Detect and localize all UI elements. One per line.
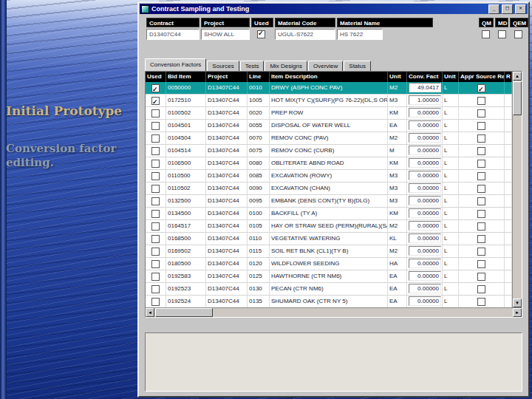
- used-checkbox[interactable]: [151, 222, 160, 231]
- conv-fact-value[interactable]: 0.00000: [409, 171, 441, 180]
- used-checkbox[interactable]: [151, 248, 160, 256]
- conv-fact-value[interactable]: 0.00000: [409, 296, 441, 306]
- table-row[interactable]: 0164517D13407C440105HAY OR STRAW SEED (P…: [146, 220, 512, 233]
- vertical-scroll-thumb[interactable]: [513, 81, 522, 115]
- table-row[interactable]: 0192583D13407C440125HAWTHORNE (CTR NM6)E…: [146, 270, 512, 283]
- used-checkbox[interactable]: [151, 172, 160, 180]
- used-checkbox[interactable]: [151, 147, 160, 155]
- table-row[interactable]: 0100502D13407C440020PREP ROWKM0.00000L: [146, 107, 512, 120]
- used-checkbox[interactable]: [151, 210, 160, 218]
- table-row[interactable]: 0134500D13407C440100BACKFILL (TY A)KM0.0…: [146, 208, 512, 220]
- material-name-field[interactable]: HS 7622: [337, 29, 383, 40]
- used-checkbox[interactable]: [151, 109, 160, 117]
- appr-source-checkbox[interactable]: [477, 122, 485, 130]
- appr-source-checkbox[interactable]: [477, 97, 485, 105]
- conv-fact-value[interactable]: 0.00000: [409, 208, 441, 218]
- conv-fact-value[interactable]: 0.00000: [409, 120, 441, 130]
- table-row[interactable]: 0104514D13407C440075REMOV CONC (CURB)M0.…: [146, 145, 512, 157]
- table-row[interactable]: 0192524D13407C440135SHUMARD OAK (CTR NY …: [146, 296, 512, 307]
- appr-source-checkbox[interactable]: [477, 235, 485, 243]
- conv-fact-value[interactable]: 0.00000: [409, 233, 441, 243]
- conv-fact-value[interactable]: 49.0417: [409, 83, 441, 92]
- tab-conversion-factors[interactable]: Conversion Factors: [145, 58, 206, 71]
- appr-source-checkbox[interactable]: [477, 248, 485, 256]
- appr-source-checkbox[interactable]: [477, 185, 485, 193]
- table-row[interactable]: 0110502D13407C440090EXCAVATION (CHAN)M30…: [146, 183, 512, 195]
- table-row[interactable]: 0106500D13407C440080OBLITERATE ABND ROAD…: [146, 157, 512, 170]
- qm-checkbox[interactable]: [482, 30, 490, 38]
- table-row[interactable]: 0104501D13407C440055DISPOSAL OF WATER WE…: [146, 120, 512, 132]
- maximize-button[interactable]: □: [502, 4, 513, 14]
- tab-sources[interactable]: Sources: [207, 61, 239, 71]
- conv-fact-value[interactable]: 0.00000: [409, 259, 441, 268]
- tab-status[interactable]: Status: [344, 61, 371, 71]
- conv-fact-value[interactable]: 0.00000: [409, 133, 441, 143]
- tab-overview[interactable]: Overview: [308, 61, 343, 71]
- conv-fact-value[interactable]: 0.00000: [409, 221, 441, 231]
- conv-fact-value[interactable]: 0.00000: [409, 271, 441, 281]
- minimize-button[interactable]: _: [488, 4, 499, 14]
- appr-source-checkbox[interactable]: [477, 273, 485, 281]
- scroll-right-button[interactable]: ►: [513, 308, 522, 317]
- appr-source-checkbox[interactable]: [477, 84, 485, 92]
- appr-source-checkbox[interactable]: [477, 222, 485, 231]
- md-checkbox[interactable]: [498, 30, 506, 38]
- material-code-field[interactable]: UGUL-S7622: [275, 29, 335, 40]
- conv-fact-value[interactable]: 0.00000: [409, 196, 441, 205]
- appr-source-checkbox[interactable]: [477, 298, 485, 306]
- appr-source-checkbox[interactable]: [477, 260, 485, 268]
- used-checkbox[interactable]: [151, 197, 160, 205]
- vertical-scrollbar[interactable]: ▲ ▼: [512, 72, 522, 307]
- used-checkbox[interactable]: [151, 122, 160, 130]
- appr-source-checkbox[interactable]: [477, 160, 485, 168]
- used-checkbox[interactable]: [151, 160, 160, 168]
- used-checkbox[interactable]: [151, 235, 160, 243]
- used-checkbox[interactable]: [151, 273, 160, 281]
- scroll-up-button[interactable]: ▲: [513, 72, 522, 81]
- appr-source-checkbox[interactable]: [477, 210, 485, 218]
- horizontal-scrollbar[interactable]: ◄ ►: [146, 307, 522, 317]
- appr-source-checkbox[interactable]: [477, 109, 485, 117]
- conv-fact-value[interactable]: 0.00000: [409, 246, 441, 256]
- used-checkbox[interactable]: [151, 260, 160, 268]
- conv-fact-value[interactable]: 0.00000: [409, 183, 441, 193]
- close-button[interactable]: ✕: [515, 4, 526, 14]
- conv-fact-value[interactable]: 0.00000: [409, 108, 441, 117]
- appr-source-checkbox[interactable]: [477, 134, 485, 143]
- table-row[interactable]: 0172510D13407C441005HOT MIX(TY C)(SURF)(…: [146, 95, 512, 107]
- appr-source-checkbox[interactable]: [477, 147, 485, 155]
- horizontal-scroll-track[interactable]: [154, 308, 513, 317]
- used-checkbox[interactable]: [257, 30, 265, 38]
- table-row[interactable]: 0050000D13407C440010DRWY (ASPH CONC PAV)…: [146, 82, 512, 95]
- conv-fact-value[interactable]: 0.00000: [409, 146, 441, 155]
- table-row[interactable]: 0110500D13407C440085EXCAVATION (ROWY)M30…: [146, 170, 512, 183]
- project-field[interactable]: SHOW ALL: [201, 29, 250, 40]
- used-checkbox[interactable]: [151, 134, 160, 143]
- table-row[interactable]: 0168500D13407C440110VEGETATIVE WATERINGK…: [146, 233, 512, 245]
- used-checkbox[interactable]: [151, 285, 160, 293]
- tab-mix-designs[interactable]: Mix Designs: [265, 61, 307, 71]
- contract-field[interactable]: D13407C44: [146, 29, 200, 40]
- appr-source-checkbox[interactable]: [477, 197, 485, 205]
- table-row[interactable]: 0104504D13407C440070REMOV CONC (PAV)M20.…: [146, 132, 512, 145]
- title-bar[interactable]: Contract Sampling and Testing _ □ ✕: [140, 4, 528, 14]
- qem-checkbox[interactable]: [514, 30, 522, 38]
- used-checkbox[interactable]: [151, 97, 160, 105]
- tab-tests[interactable]: Tests: [240, 61, 265, 71]
- used-checkbox[interactable]: [151, 298, 160, 306]
- horizontal-scroll-thumb[interactable]: [155, 308, 213, 317]
- scroll-down-button[interactable]: ▼: [513, 299, 522, 307]
- used-checkbox[interactable]: [151, 84, 160, 92]
- appr-source-checkbox[interactable]: [477, 172, 485, 180]
- vertical-scroll-track[interactable]: [513, 81, 522, 299]
- scroll-left-button[interactable]: ◄: [146, 308, 154, 317]
- table-row[interactable]: 0132500D13407C440095EMBANK (DENS CONT)(T…: [146, 195, 512, 208]
- conv-fact-value[interactable]: 1.00000: [409, 95, 441, 105]
- used-checkbox[interactable]: [151, 185, 160, 193]
- table-row[interactable]: 0169502D13407C440115SOIL RET BLNK (CL1)(…: [146, 245, 512, 258]
- conv-fact-value[interactable]: 0.00000: [409, 284, 441, 293]
- appr-source-checkbox[interactable]: [477, 285, 485, 293]
- table-row[interactable]: 0192523D13407C440130PECAN (CTR NM6)EA0.0…: [146, 283, 512, 296]
- conv-fact-value[interactable]: 0.00000: [409, 158, 441, 168]
- table-row[interactable]: 0180500D13407C440120WILDFLOWER SEEDINGHA…: [146, 258, 512, 270]
